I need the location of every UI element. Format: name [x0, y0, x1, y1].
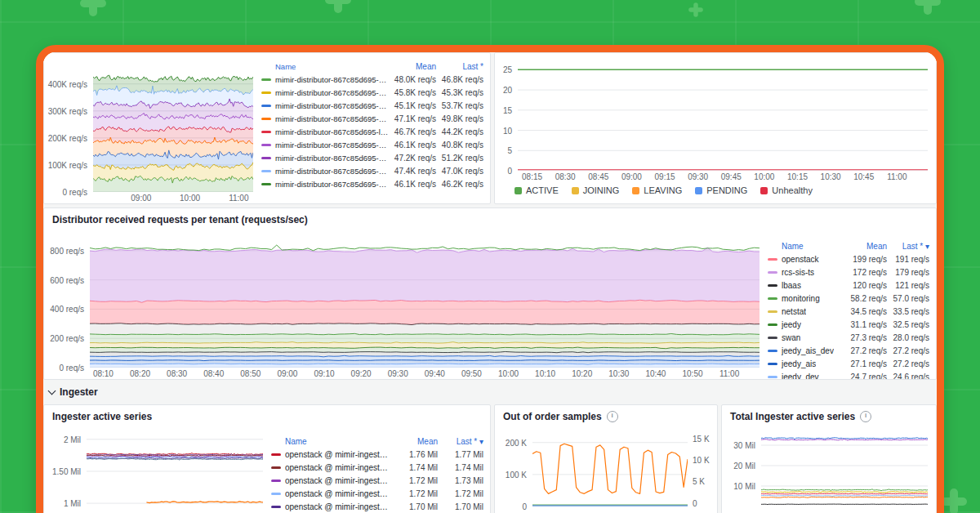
legend-mean-value: 1.72 Mil — [392, 489, 438, 498]
legend-series-name[interactable]: jeedy_ais — [782, 359, 816, 368]
legend-row[interactable]: mimir-distributor-867c85d695-9mx8s48.0K … — [261, 73, 483, 86]
legend-column-header[interactable]: Last * — [436, 62, 483, 71]
legend-row[interactable]: openstack @ mimir-ingester-11.76 Mil1.77… — [271, 448, 483, 461]
legend-column-header[interactable]: Mean — [389, 62, 436, 71]
panel-title[interactable]: Distributor received requests per tenant… — [44, 208, 936, 230]
y-tick-label: 0 — [522, 502, 527, 511]
legend-row[interactable]: rcs-sis-ts172 req/s179 req/s — [768, 265, 929, 279]
chart-plot[interactable] — [93, 60, 253, 192]
chart-plot[interactable] — [90, 236, 760, 368]
legend-row[interactable]: mimir-distributor-867c85d695-9xbzr47.1K … — [261, 112, 483, 125]
legend-series-name[interactable]: netstat — [782, 307, 806, 316]
legend-item[interactable]: JOINING — [572, 185, 620, 195]
legend-series-name[interactable]: mimir-distributor-867c85d695-l547m — [275, 127, 389, 136]
legend-series-name[interactable]: mimir-distributor-867c85d695-9xbzr — [275, 114, 389, 123]
y-tick-label: 0 — [507, 167, 512, 176]
chart-plot[interactable] — [518, 60, 928, 171]
panel-title[interactable]: Out of order samples — [503, 411, 602, 422]
legend-row[interactable]: jeedy_ais_dev27.2 req/s27.2 req/s — [768, 344, 929, 357]
legend-series-name[interactable]: openstack @ mimir-ingester-16 — [285, 463, 392, 472]
legend-series-name[interactable]: swan — [782, 333, 800, 342]
legend-series-name[interactable]: openstack @ mimir-ingester-21 — [285, 502, 392, 511]
ingester-active-chart[interactable]: 1 Mil1.50 Mil2 Mil — [44, 426, 271, 513]
legend-item[interactable]: LEAVING — [632, 185, 682, 195]
legend-row[interactable]: openstack @ mimir-ingester-231.72 Mil1.7… — [271, 474, 483, 487]
legend-item[interactable]: PENDING — [695, 185, 747, 195]
legend-series-name[interactable]: mimir-distributor-867c85d695-ds6mg — [275, 180, 389, 189]
tenant-requests-chart[interactable]: 0 req/s200 req/s400 req/s600 req/s800 re… — [44, 230, 768, 379]
legend-series-name[interactable]: openstack @ mimir-ingester-23 — [285, 476, 392, 485]
legend-column-header[interactable]: Name — [768, 242, 844, 251]
ring-status-chart[interactable]: 051015202508:1508:3008:4509:0009:1509:30… — [495, 53, 936, 182]
legend-row[interactable]: mimir-distributor-867c85d695-l547m46.7K … — [261, 125, 483, 138]
legend-row[interactable]: openstack199 req/s191 req/s — [768, 252, 929, 265]
legend-series-name[interactable]: mimir-distributor-867c85d695-5ptl7 — [275, 167, 389, 176]
legend-row[interactable]: monitoring58.2 req/s57.0 req/s — [768, 292, 929, 305]
x-tick-label: 10:30 — [821, 172, 841, 181]
legend-last-value: 49.8K req/s — [436, 114, 483, 123]
legend-row[interactable]: mimir-distributor-867c85d695-ds6mg46.1K … — [261, 177, 483, 190]
chart-plot[interactable] — [761, 433, 928, 506]
legend-row[interactable]: openstack @ mimir-ingester-161.74 Mil1.7… — [271, 461, 483, 474]
legend-row[interactable]: mimir-distributor-867c85d695-d928p46.1K … — [261, 138, 483, 151]
legend-row[interactable]: jeedy_ais27.1 req/s27.2 req/s — [768, 357, 929, 370]
legend-last-value: 46.8K req/s — [436, 75, 483, 84]
legend-series-name[interactable]: rcs-sis-ts — [782, 268, 814, 277]
legend-series-name[interactable]: mimir-distributor-867c85d695-d928p — [275, 141, 389, 149]
legend-row[interactable]: mimir-distributor-867c85d695-44dc945.8K … — [261, 86, 483, 99]
legend-row[interactable]: mimir-distributor-867c85d695-5ptl747.4K … — [261, 164, 483, 177]
legend-row[interactable]: swan27.3 req/s28.0 req/s — [768, 331, 929, 344]
legend-row[interactable]: jeedy31.1 req/s32.5 req/s — [768, 318, 929, 331]
legend-series-name[interactable]: jeedy_dev — [782, 372, 819, 380]
info-icon[interactable] — [607, 411, 618, 422]
plot-svg — [518, 60, 928, 171]
total-active-chart[interactable]: 10 Mil20 Mil30 Mil — [722, 426, 936, 513]
legend-series-name[interactable]: openstack @ mimir-ingester-11 — [285, 489, 392, 498]
legend-item-label: PENDING — [706, 185, 747, 195]
distributor-pods-chart[interactable]: 0 req/s100K req/s200K req/s300K req/s400… — [44, 53, 261, 203]
y-tick-label: 100K req/s — [48, 160, 87, 169]
legend-series-name[interactable]: lbaas — [782, 281, 801, 290]
info-icon[interactable] — [860, 411, 871, 422]
out-of-order-chart[interactable]: 0100 K200 K15 K10 K5 K0 — [495, 426, 717, 513]
x-tick-label: 11:00 — [719, 369, 739, 378]
chart-plot[interactable] — [532, 433, 688, 506]
legend-column-header[interactable]: Name — [271, 437, 392, 446]
panel-title[interactable]: Ingester active series — [44, 405, 490, 426]
legend-row[interactable]: lbaas120 req/s121 req/s — [768, 279, 929, 292]
legend-series-name[interactable]: mimir-distributor-867c85d695-9mx8s — [275, 75, 389, 84]
chart-plot[interactable] — [87, 433, 263, 506]
legend-column-header[interactable]: Mean — [844, 242, 887, 251]
legend-series-cell: openstack @ mimir-ingester-23 — [271, 476, 392, 485]
y-tick-label: 100 K — [506, 470, 527, 479]
x-tick-label: 11:00 — [229, 194, 248, 203]
legend-column-header[interactable]: Last * ▾ — [887, 242, 929, 251]
panel-title[interactable]: Total Ingester active series — [730, 411, 855, 422]
legend-row[interactable]: openstack @ mimir-ingester-111.72 Mil1.7… — [271, 487, 483, 500]
legend-series-name[interactable]: monitoring — [782, 294, 820, 303]
legend-series-name[interactable]: mimir-distributor-867c85d695-44dc9 — [275, 88, 389, 97]
legend-row[interactable]: netstat34.5 req/s33.5 req/s — [768, 305, 929, 318]
legend-series-name[interactable]: openstack @ mimir-ingester-1 — [285, 450, 392, 459]
legend-mean-value: 1.70 Mil — [392, 502, 438, 511]
legend-row[interactable]: mimir-distributor-867c85d695-zqjb645.1K … — [261, 99, 483, 112]
x-tick-label: 09:10 — [314, 369, 334, 378]
legend-row[interactable]: openstack @ mimir-ingester-211.70 Mil1.7… — [271, 500, 483, 513]
legend-column-header[interactable]: Last * ▾ — [438, 437, 483, 446]
legend-series-name[interactable]: jeedy — [782, 320, 801, 329]
legend-mean-value: 45.8K req/s — [389, 88, 436, 97]
legend-mean-value: 47.1K req/s — [389, 114, 436, 123]
legend-item[interactable]: Unhealthy — [760, 185, 813, 195]
legend-series-name[interactable]: mimir-distributor-867c85d695-zrkm5 — [275, 154, 389, 163]
ingester-row-toggle[interactable]: Ingester — [43, 383, 98, 401]
legend-row[interactable]: mimir-distributor-867c85d695-zrkm547.2K … — [261, 151, 483, 164]
legend-series-cell: jeedy_ais_dev — [768, 346, 844, 355]
legend-series-cell: netstat — [768, 307, 844, 316]
legend-column-header[interactable]: Name — [261, 62, 389, 71]
legend-series-name[interactable]: jeedy_ais_dev — [782, 346, 834, 355]
legend-series-name[interactable]: openstack — [782, 255, 819, 264]
legend-column-header[interactable]: Mean — [392, 437, 438, 446]
legend-item[interactable]: ACTIVE — [514, 185, 559, 195]
legend-row[interactable]: jeedy_dev24.7 req/s24.6 req/s — [768, 370, 929, 379]
legend-series-name[interactable]: mimir-distributor-867c85d695-zqjb6 — [275, 101, 389, 110]
